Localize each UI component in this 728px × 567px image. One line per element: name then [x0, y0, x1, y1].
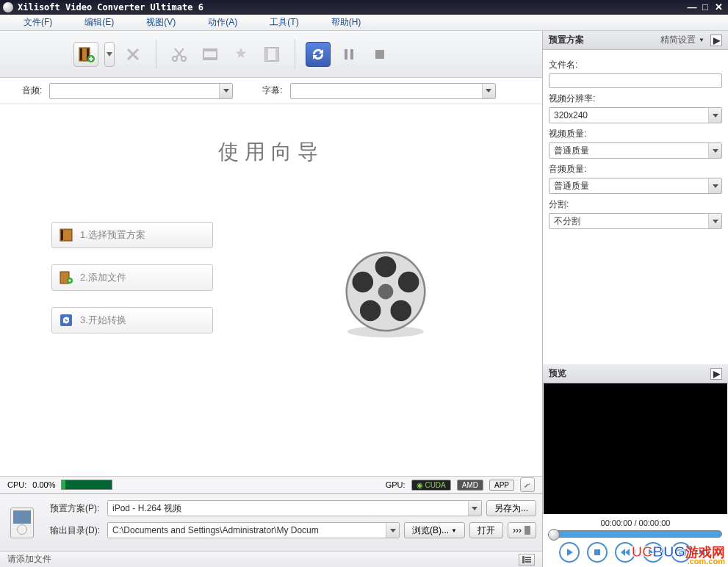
window-title: Xilisoft Video Converter Ultimate 6 — [18, 2, 685, 12]
svg-rect-11 — [275, 48, 278, 61]
vquality-select[interactable]: 普通质量 — [549, 142, 722, 159]
audio-select[interactable] — [49, 83, 233, 99]
prev-button[interactable] — [615, 542, 635, 563]
aquality-select[interactable]: 普通质量 — [549, 178, 722, 194]
simple-settings-label[interactable]: 精简设置 — [660, 34, 696, 46]
open-button[interactable]: 打开 — [469, 522, 503, 538]
chevron-down-icon — [708, 214, 721, 228]
svg-rect-16 — [61, 230, 63, 240]
browse-button[interactable]: 浏览(B)...▼ — [404, 522, 465, 538]
film-frame-icon — [201, 46, 219, 63]
add-video-dropdown[interactable] — [104, 42, 115, 67]
chevron-down-icon — [482, 84, 495, 98]
stars-icon — [232, 46, 250, 63]
snapshot-button[interactable] — [671, 542, 691, 563]
menu-edit[interactable]: 编辑(E) — [68, 16, 130, 29]
play-button[interactable] — [559, 542, 580, 563]
menu-bar: 文件(F) 编辑(E) 视图(V) 动作(A) 工具(T) 帮助(H) — [0, 15, 728, 31]
wizard-step-1[interactable]: 1.选择预置方案 — [51, 222, 213, 248]
next-button[interactable] — [643, 542, 663, 563]
svg-rect-31 — [525, 557, 531, 558]
chevron-down-icon — [708, 178, 721, 193]
menu-file[interactable]: 文件(F) — [7, 16, 68, 29]
add-video-button[interactable] — [73, 42, 98, 67]
svg-rect-14 — [375, 50, 384, 59]
merge-button[interactable] — [259, 42, 284, 67]
svg-rect-13 — [350, 49, 353, 59]
volume-icon — [699, 548, 710, 557]
svg-point-27 — [360, 300, 381, 322]
scissors-icon — [170, 46, 188, 63]
pause-button[interactable] — [336, 42, 361, 67]
chevron-down-icon — [468, 501, 481, 516]
export-device-button[interactable]: ››› — [508, 522, 536, 538]
player-stop-button[interactable] — [587, 542, 608, 563]
maximize-button[interactable]: □ — [699, 2, 712, 12]
chevron-down-icon — [386, 523, 399, 538]
collapse-preview-panel[interactable]: ▶ — [710, 368, 722, 380]
svg-point-36 — [680, 552, 682, 555]
gpu-label: GPU: — [386, 480, 406, 489]
preset-panel-title: 预置方案 — [549, 34, 584, 46]
film-strip-icon — [263, 46, 281, 63]
chevron-down-icon — [219, 84, 232, 98]
filename-input[interactable] — [549, 73, 722, 88]
gpu-settings-button[interactable] — [520, 477, 535, 492]
resolution-label: 视频分辨率: — [549, 93, 722, 105]
cpu-percent: 0.00% — [32, 480, 55, 489]
play-icon — [565, 548, 574, 557]
split-select[interactable]: 不分割 — [549, 213, 722, 229]
layout-icon — [522, 556, 531, 563]
preview-scrubber[interactable] — [549, 530, 722, 538]
preset-value: iPod - H.264 视频 — [108, 502, 468, 515]
close-button[interactable]: ✕ — [712, 2, 725, 12]
menu-action[interactable]: 动作(A) — [192, 16, 253, 29]
stop-button[interactable] — [367, 42, 392, 67]
wizard-step-2[interactable]: 2.添加文件 — [51, 264, 213, 291]
stop-icon — [594, 549, 601, 556]
menu-help[interactable]: 帮助(H) — [315, 16, 378, 29]
wizard-step-1-label: 1.选择预置方案 — [80, 228, 145, 242]
effects-button[interactable] — [228, 42, 253, 67]
status-bar: 请添加文件 — [0, 551, 542, 567]
preset-select[interactable]: iPod - H.264 视频 — [107, 500, 482, 516]
resolution-select[interactable]: 320x240 — [549, 107, 722, 123]
convert-button[interactable] — [306, 42, 331, 67]
output-select[interactable]: C:\Documents and Settings\Administrator\… — [107, 522, 400, 538]
bottom-area: 预置方案(P): iPod - H.264 视频 另存为... 输出目录(D):… — [0, 494, 542, 551]
svg-point-26 — [391, 300, 412, 322]
preview-panel-header: 预览 ▶ — [543, 364, 728, 383]
subtitle-select[interactable] — [290, 83, 496, 99]
camera-icon — [676, 549, 686, 556]
volume-button[interactable] — [699, 546, 712, 559]
title-bar: Xilisoft Video Converter Ultimate 6 — □ … — [0, 0, 728, 15]
svg-rect-30 — [522, 556, 525, 563]
cpu-label: CPU: — [7, 480, 26, 489]
convert-icon — [60, 314, 73, 327]
output-value: C:\Documents and Settings\Administrator\… — [108, 525, 386, 535]
layout-toggle-button[interactable] — [519, 554, 535, 566]
preset-icon — [60, 228, 73, 242]
split-label: 分割: — [549, 198, 722, 211]
svg-rect-29 — [525, 526, 530, 535]
device-icon-area — [0, 494, 44, 551]
wizard-step-3[interactable]: 3.开始转换 — [51, 307, 213, 333]
prev-icon — [621, 549, 630, 556]
minimize-button[interactable]: — — [685, 2, 699, 12]
amd-badge: AMD — [457, 480, 483, 491]
svg-point-25 — [398, 272, 419, 293]
preview-video-area — [544, 383, 727, 514]
next-icon — [649, 549, 657, 556]
crop-button[interactable] — [198, 42, 223, 67]
save-as-button[interactable]: 另存为... — [486, 500, 536, 516]
cut-button[interactable] — [167, 42, 192, 67]
menu-view[interactable]: 视图(V) — [130, 16, 192, 29]
collapse-preset-panel[interactable]: ▶ — [710, 35, 722, 46]
delete-button[interactable] — [120, 42, 145, 67]
svg-rect-10 — [265, 48, 268, 61]
main-area: 使用向导 1.选择预置方案 2.添加文件 3.开始转换 — [0, 104, 542, 476]
menu-tool[interactable]: 工具(T) — [253, 16, 314, 29]
wizard-step-3-label: 3.开始转换 — [80, 314, 126, 327]
preview-time: 00:00:00 / 00:00:00 — [543, 514, 728, 529]
svg-point-28 — [353, 272, 374, 293]
